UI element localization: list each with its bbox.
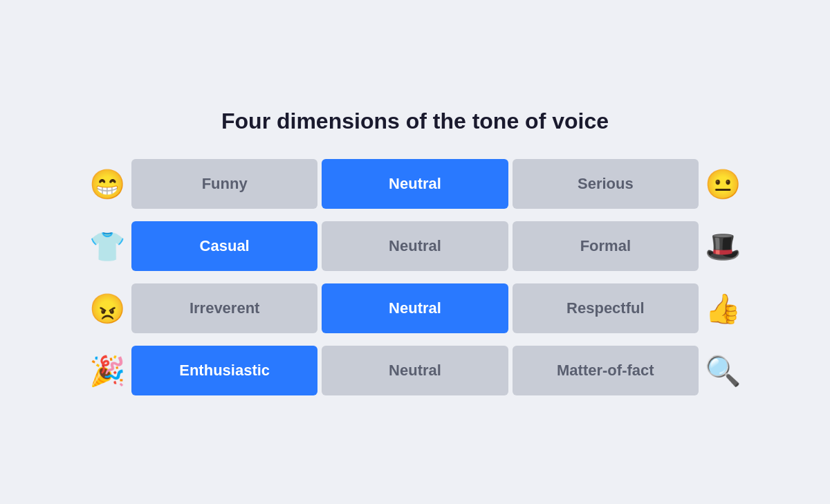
emoji-right-3: 🔍 bbox=[699, 354, 747, 388]
segment-0-0[interactable]: Funny bbox=[131, 159, 317, 209]
emoji-right-2: 👍 bbox=[699, 292, 747, 326]
emoji-right-0: 😐 bbox=[699, 167, 747, 201]
segment-1-2[interactable]: Formal bbox=[513, 221, 699, 271]
dimension-row-2: 😠IrreverentNeutralRespectful👍 bbox=[83, 283, 747, 333]
emoji-right-1: 🎩 bbox=[699, 230, 747, 263]
segment-2-2[interactable]: Respectful bbox=[513, 283, 699, 333]
dimensions-grid: 😁FunnyNeutralSerious😐👕CasualNeutralForma… bbox=[83, 159, 747, 395]
emoji-left-1: 👕 bbox=[83, 230, 131, 263]
page-title: Four dimensions of the tone of voice bbox=[221, 109, 609, 134]
dimension-row-1: 👕CasualNeutralFormal🎩 bbox=[83, 221, 747, 271]
segments-row-3: EnthusiasticNeutralMatter-of-fact bbox=[131, 346, 699, 395]
segments-row-1: CasualNeutralFormal bbox=[131, 221, 699, 271]
emoji-left-3: 🎉 bbox=[83, 354, 131, 388]
dimension-row-0: 😁FunnyNeutralSerious😐 bbox=[83, 159, 747, 209]
segment-1-1[interactable]: Neutral bbox=[322, 221, 508, 271]
segments-row-2: IrreverentNeutralRespectful bbox=[131, 283, 699, 333]
dimension-row-3: 🎉EnthusiasticNeutralMatter-of-fact🔍 bbox=[83, 346, 747, 395]
segment-0-2[interactable]: Serious bbox=[513, 159, 699, 209]
segment-2-1[interactable]: Neutral bbox=[322, 283, 508, 333]
emoji-left-0: 😁 bbox=[83, 167, 131, 201]
segment-1-0[interactable]: Casual bbox=[131, 221, 317, 271]
emoji-left-2: 😠 bbox=[83, 292, 131, 326]
segment-3-1[interactable]: Neutral bbox=[322, 346, 508, 395]
segment-3-0[interactable]: Enthusiastic bbox=[131, 346, 317, 395]
segments-row-0: FunnyNeutralSerious bbox=[131, 159, 699, 209]
segment-2-0[interactable]: Irreverent bbox=[131, 283, 317, 333]
segment-0-1[interactable]: Neutral bbox=[322, 159, 508, 209]
segment-3-2[interactable]: Matter-of-fact bbox=[513, 346, 699, 395]
